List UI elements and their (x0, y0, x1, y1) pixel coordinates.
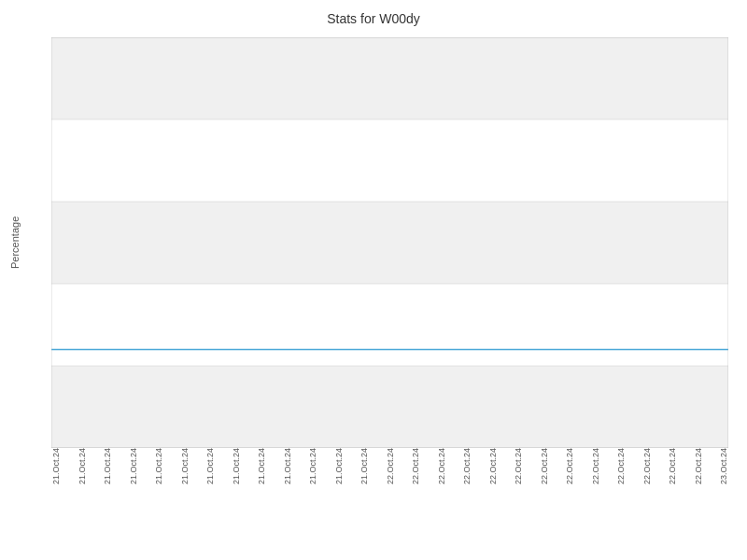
x-axis-label: 21.Oct.24 (78, 448, 87, 484)
x-axis-label: 21.Oct.24 (129, 448, 138, 484)
x-axis-label: 22.Oct.24 (386, 448, 395, 484)
x-axis-label: 21.Oct.24 (103, 448, 112, 484)
x-axis-label: 22.Oct.24 (694, 448, 703, 484)
chart-plot-area: 100 80 60 40 20 0 (51, 37, 728, 448)
svg-rect-3 (51, 284, 728, 366)
x-axis-label: 23.Oct.24 (719, 448, 728, 484)
svg-rect-1 (51, 119, 728, 202)
chart-title: Stats for W00dy (0, 0, 747, 34)
x-axis-label: 21.Oct.24 (308, 448, 317, 484)
x-axis-label: 22.Oct.24 (642, 448, 652, 484)
svg-rect-2 (51, 202, 728, 284)
svg-rect-0 (51, 37, 728, 119)
x-axis-label: 22.Oct.24 (514, 448, 523, 484)
x-axis-label: 22.Oct.24 (411, 448, 420, 484)
svg-rect-4 (51, 366, 728, 448)
chart-container: Stats for W00dy Percentage Hack The Box (0, 0, 747, 560)
x-axis-label: 22.Oct.24 (591, 448, 600, 484)
x-axis-label: 21.Oct.24 (180, 448, 190, 484)
x-axis-label: 22.Oct.24 (668, 448, 677, 484)
x-axis-label: 21.Oct.24 (283, 448, 292, 484)
x-axis-label: 21.Oct.24 (51, 448, 61, 484)
x-axis-label: 22.Oct.24 (616, 448, 626, 484)
x-axis-label: 21.Oct.24 (154, 448, 163, 484)
x-axis-label: 21.Oct.24 (232, 448, 241, 484)
x-axis-label: 22.Oct.24 (488, 448, 498, 484)
x-axis-label: 22.Oct.24 (462, 448, 472, 484)
x-axis-label: 21.Oct.24 (205, 448, 215, 484)
x-axis-label: 21.Oct.24 (334, 448, 344, 484)
x-axis-label: 21.Oct.24 (359, 448, 369, 484)
x-axis-label: 22.Oct.24 (540, 448, 549, 484)
x-axis-label: 22.Oct.24 (437, 448, 446, 484)
y-axis-label: Percentage (9, 37, 21, 448)
x-axis-label: 22.Oct.24 (565, 448, 574, 484)
chart-svg: 100 80 60 40 20 0 (51, 37, 728, 448)
x-axis-label: 21.Oct.24 (257, 448, 266, 484)
x-axis-labels: 21.Oct.2421.Oct.2421.Oct.2421.Oct.2421.O… (51, 448, 728, 551)
